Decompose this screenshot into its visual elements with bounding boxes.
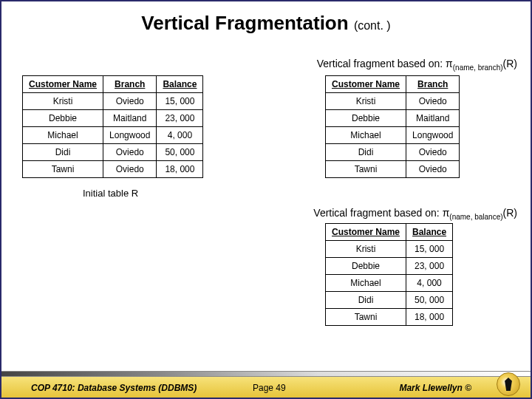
- table-row: TawniOviedo: [326, 161, 460, 178]
- table-cell: 18, 000: [157, 161, 203, 178]
- caption2-sub: (name, balance): [449, 213, 502, 221]
- table-cell: Didi: [326, 144, 406, 161]
- table-row: TawniOviedo18, 000: [23, 161, 203, 178]
- slide: Vertical Fragmentation (cont. ) Vertical…: [0, 0, 532, 399]
- table-header: Customer Name: [23, 76, 103, 93]
- table-header: Balance: [406, 224, 453, 241]
- table-header: Customer Name: [326, 224, 406, 241]
- fragment-caption-2: Vertical fragment based on: π(name, bala…: [313, 207, 517, 221]
- ucf-logo-icon: [497, 372, 520, 396]
- footer-left: COP 4710: Database Systems (DDBMS): [31, 383, 197, 393]
- table-cell: Oviedo: [103, 161, 157, 178]
- table-header: Balance: [157, 76, 203, 93]
- table-row: MichaelLongwood: [326, 127, 460, 144]
- table-cell: Debbie: [23, 110, 103, 127]
- table-cell: Oviedo: [406, 144, 460, 161]
- footer-gradient: [1, 371, 531, 377]
- table-cell: Michael: [326, 127, 406, 144]
- caption2-suffix: (R): [503, 207, 517, 219]
- table-row: Kristi15, 000: [326, 241, 453, 258]
- table-cell: Tawni: [23, 161, 103, 178]
- table-row: DebbieMaitland: [326, 110, 460, 127]
- table-cell: 50, 000: [406, 292, 453, 309]
- table-cell: Oviedo: [103, 93, 157, 110]
- table-row: MichaelLongwood4, 000: [23, 127, 203, 144]
- table-cell: 4, 000: [406, 275, 453, 292]
- footer-right: Mark Llewellyn ©: [399, 383, 471, 393]
- table-header: Customer Name: [326, 76, 406, 93]
- table-cell: Michael: [326, 275, 406, 292]
- table-row: Michael4, 000: [326, 275, 453, 292]
- table-cell: Debbie: [326, 258, 406, 275]
- caption2-prefix: Vertical fragment based on: π: [313, 207, 449, 219]
- table-cell: 15, 000: [157, 93, 203, 110]
- table-cell: Tawni: [326, 161, 406, 178]
- pegasus-icon: [503, 378, 514, 391]
- table-cell: Oviedo: [103, 144, 157, 161]
- table-cell: 4, 000: [157, 127, 203, 144]
- table-header: Branch: [103, 76, 157, 93]
- initial-caption: Initial table R: [83, 188, 138, 199]
- caption1-prefix: Vertical fragment based on: π: [317, 58, 453, 69]
- title-cont: (cont. ): [354, 19, 391, 32]
- table-cell: Kristi: [326, 241, 406, 258]
- table-cell: 50, 000: [157, 144, 203, 161]
- table-cell: Oviedo: [406, 161, 460, 178]
- footer: COP 4710: Database Systems (DDBMS) Page …: [1, 371, 531, 398]
- table-cell: Michael: [23, 127, 103, 144]
- table-cell: Longwood: [406, 127, 460, 144]
- fragment-table-balance: Customer NameBalanceKristi15, 000Debbie2…: [325, 223, 453, 326]
- table-row: KristiOviedo: [326, 93, 460, 110]
- table-row: DidiOviedo50, 000: [23, 144, 203, 161]
- title-main: Vertical Fragmentation: [141, 12, 348, 34]
- table-cell: 18, 000: [406, 309, 453, 326]
- table-cell: Maitland: [406, 110, 460, 127]
- table-cell: Didi: [23, 144, 103, 161]
- table-cell: Oviedo: [406, 93, 460, 110]
- table-row: Didi50, 000: [326, 292, 453, 309]
- table-row: DidiOviedo: [326, 144, 460, 161]
- table-cell: Tawni: [326, 309, 406, 326]
- caption1-sub: (name, branch): [453, 64, 503, 72]
- caption1-suffix: (R): [503, 58, 517, 69]
- table-row: DebbieMaitland23, 000: [23, 110, 203, 127]
- table-cell: Didi: [326, 292, 406, 309]
- table-cell: 23, 000: [157, 110, 203, 127]
- table-cell: Longwood: [103, 127, 157, 144]
- table-row: Debbie23, 000: [326, 258, 453, 275]
- table-cell: Kristi: [326, 93, 406, 110]
- fragment-table-branch: Customer NameBranchKristiOviedoDebbieMai…: [325, 75, 460, 178]
- table-cell: 15, 000: [406, 241, 453, 258]
- fragment-caption-1: Vertical fragment based on: π(name, bran…: [317, 58, 517, 72]
- page-title: Vertical Fragmentation (cont. ): [1, 12, 531, 35]
- table-header: Branch: [406, 76, 460, 93]
- initial-table: Customer NameBranchBalanceKristiOviedo15…: [22, 75, 203, 178]
- table-row: Tawni18, 000: [326, 309, 453, 326]
- footer-page: Page 49: [253, 383, 286, 393]
- table-cell: Kristi: [23, 93, 103, 110]
- table-row: KristiOviedo15, 000: [23, 93, 203, 110]
- table-cell: 23, 000: [406, 258, 453, 275]
- table-cell: Debbie: [326, 110, 406, 127]
- table-cell: Maitland: [103, 110, 157, 127]
